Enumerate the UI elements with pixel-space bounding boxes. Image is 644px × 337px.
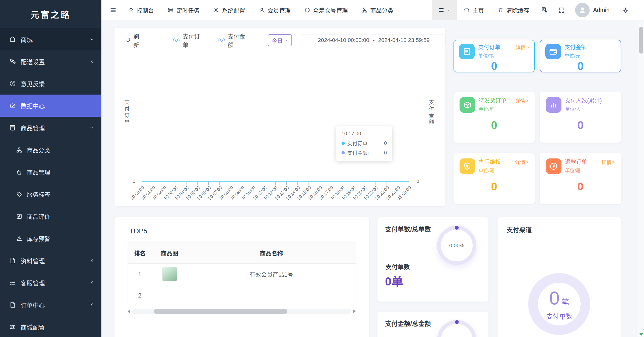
- translate-button[interactable]: [536, 0, 553, 20]
- main-area: 控制台定时任务系统配置会员管理众筹仓号管理商品分类 主页 清除缓存: [101, 0, 644, 337]
- chevron-down-icon: [89, 125, 94, 130]
- chart-toolbar: 刷新 支付订单支付金额 今日 2024-04-10 00:00:00 - 202…: [115, 28, 445, 46]
- stat-unit: 单位/笔: [479, 105, 506, 112]
- progress-dot-icon: [455, 320, 459, 324]
- stat-card-pay-order[interactable]: 支付订单单位/笔详情>0: [453, 40, 535, 72]
- tooltip-series-value: 0: [384, 150, 387, 156]
- top-navbar: 控制台定时任务系统配置会员管理众筹仓号管理商品分类 主页 清除缓存: [101, 0, 644, 20]
- nav-item-console[interactable]: 控制台: [121, 0, 161, 20]
- stat-value: 0: [545, 60, 616, 72]
- box-icon: [460, 97, 475, 113]
- sidebar-item-mall[interactable]: 商城: [0, 28, 101, 50]
- y-axis-right-name: 支付金额: [428, 100, 435, 126]
- stat-card-after-sale[interactable]: 售后维权单位/笔详情>0: [453, 153, 535, 204]
- server-icon: [168, 7, 174, 13]
- scroll-left-arrow-icon[interactable]: [128, 309, 130, 314]
- x-axis-tick: [409, 182, 409, 185]
- pay-channel-card: 支付渠道 0 笔 支付单数: [498, 217, 621, 337]
- username[interactable]: Admin: [593, 7, 610, 14]
- sidebar-item-mall-config[interactable]: 商城配置: [0, 316, 101, 337]
- bill-icon: [459, 44, 475, 59]
- tooltip-row: 支付订单:0: [342, 140, 387, 147]
- vertical-scrollbar[interactable]: [638, 22, 644, 337]
- stat-card-refund-order[interactable]: 退款订单单位/笔详情>0: [540, 153, 621, 204]
- channel-label: 支付单数: [546, 311, 572, 321]
- sidebar-item-goods-manage[interactable]: 商品管理: [0, 117, 101, 139]
- warning-icon: [16, 235, 22, 242]
- chevron-left-icon: [89, 258, 94, 263]
- sidebar-item-customer-service[interactable]: 客服管理: [0, 272, 101, 294]
- chart-tooltip: 10 17:00 支付订单:0支付金额:0: [336, 126, 392, 161]
- sidebar-item-service-tags[interactable]: 服务标签: [0, 183, 101, 205]
- horizontal-scrollbar-thumb[interactable]: [154, 309, 287, 314]
- user-avatar-icon: [578, 6, 587, 15]
- app-logo: 元富之路: [0, 0, 101, 28]
- nav-list-dropdown-button[interactable]: [432, 0, 457, 20]
- stat-unit: 单位/笔: [479, 167, 501, 174]
- table-row: 2: [128, 285, 356, 306]
- sidebar-item-label: 配送设置: [21, 57, 45, 66]
- date-range-select[interactable]: 今日: [268, 34, 292, 46]
- horizontal-scrollbar-track[interactable]: [132, 309, 351, 314]
- vertical-scrollbar-thumb[interactable]: [639, 27, 643, 54]
- sidebar-item-feedback[interactable]: 意见反馈: [0, 72, 101, 95]
- sidebar-item-goods-category[interactable]: 商品分类: [0, 139, 101, 161]
- chevron-left-icon: [89, 59, 94, 64]
- question-icon: [9, 80, 16, 87]
- stat-detail-link[interactable]: 详情>: [516, 44, 529, 51]
- date-range-input[interactable]: 2024-04-10 00:00:00 - 2024-04-10 23:59:5…: [302, 34, 445, 46]
- nav-item-goods-category[interactable]: 商品分类: [355, 0, 400, 20]
- stat-detail-link[interactable]: 详情>: [515, 158, 529, 166]
- settings-button[interactable]: [617, 0, 634, 20]
- chevron-right-icon: >: [612, 159, 615, 165]
- nav-home-link[interactable]: 主页: [457, 0, 491, 20]
- x-axis-tick: [364, 182, 364, 185]
- stat-detail-link[interactable]: 详情>: [601, 158, 615, 166]
- product-image: [162, 267, 177, 281]
- gauge-column: 支付单数/总单数 0.00% 支付单数 0单 支付金额/总金额: [377, 217, 488, 337]
- stat-detail-link[interactable]: 详情>: [515, 97, 529, 104]
- x-axis-tick: [142, 182, 142, 185]
- sidebar-item-order-center[interactable]: 订单中心: [0, 294, 101, 316]
- nav-item-member-manage[interactable]: 会员管理: [252, 0, 297, 20]
- sitemap-icon: [361, 7, 367, 13]
- sidebar-toggle-button[interactable]: [105, 0, 121, 20]
- sidebar-item-label: 服务标签: [27, 190, 50, 198]
- scroll-right-arrow-icon[interactable]: [353, 309, 356, 314]
- nav-item-label: 商品分类: [370, 6, 393, 14]
- tooltip-rows: 支付订单:0支付金额:0: [342, 140, 387, 156]
- sliders-icon: [9, 323, 16, 330]
- sidebar-item-stock-warning[interactable]: 库存预警: [0, 227, 101, 249]
- nav-item-scheduled-tasks[interactable]: 定时任务: [161, 0, 206, 20]
- sidebar-item-label: 客服管理: [21, 278, 45, 287]
- sidebar-item-data-center[interactable]: 数据中心: [0, 95, 101, 117]
- tooltip-series-value: 0: [384, 140, 387, 146]
- tachometer-icon: [9, 102, 16, 109]
- stat-card-pay-amount[interactable]: 支付金额单位/元0: [540, 40, 621, 72]
- nav-item-system-config[interactable]: 系统配置: [206, 0, 252, 20]
- x-axis-tick: [342, 182, 342, 185]
- x-axis-tick: [331, 182, 331, 185]
- top5-column-header: 商品图: [152, 242, 187, 264]
- stat-unit: 单位/笔: [478, 52, 500, 59]
- caret-down-icon: [285, 38, 288, 42]
- sidebar-item-delivery-settings[interactable]: 配送设置: [0, 50, 101, 72]
- user-avatar[interactable]: [575, 3, 590, 17]
- wallet-icon: [545, 44, 561, 59]
- sidebar-item-label: 数据中心: [21, 101, 45, 110]
- stat-value: 0: [546, 113, 615, 137]
- sidebar-item-data-manage[interactable]: 资料管理: [0, 249, 101, 272]
- sidebar-item-goods-review[interactable]: 商品评价: [0, 205, 101, 227]
- stat-card-pending-delivery[interactable]: 待发货订单单位/笔详情>0: [453, 92, 535, 143]
- scroll-down-arrow-icon[interactable]: [639, 333, 643, 336]
- stat-card-payer-count[interactable]: 支付人数(累计)单位/人0: [540, 92, 621, 143]
- gear-icon: [213, 7, 219, 13]
- stat-unit: 单位/元: [564, 52, 587, 59]
- fullscreen-button[interactable]: [553, 0, 570, 20]
- horizontal-scrollbar[interactable]: [128, 309, 356, 314]
- nav-item-crowdfund-manage[interactable]: 众筹仓号管理: [297, 0, 355, 20]
- sidebar-item-goods-manage-sub[interactable]: 商品管理: [0, 161, 101, 183]
- nav-item-label: 控制台: [137, 6, 154, 14]
- x-axis-tick: [186, 182, 186, 185]
- nav-clear-cache-link[interactable]: 清除缓存: [491, 0, 536, 20]
